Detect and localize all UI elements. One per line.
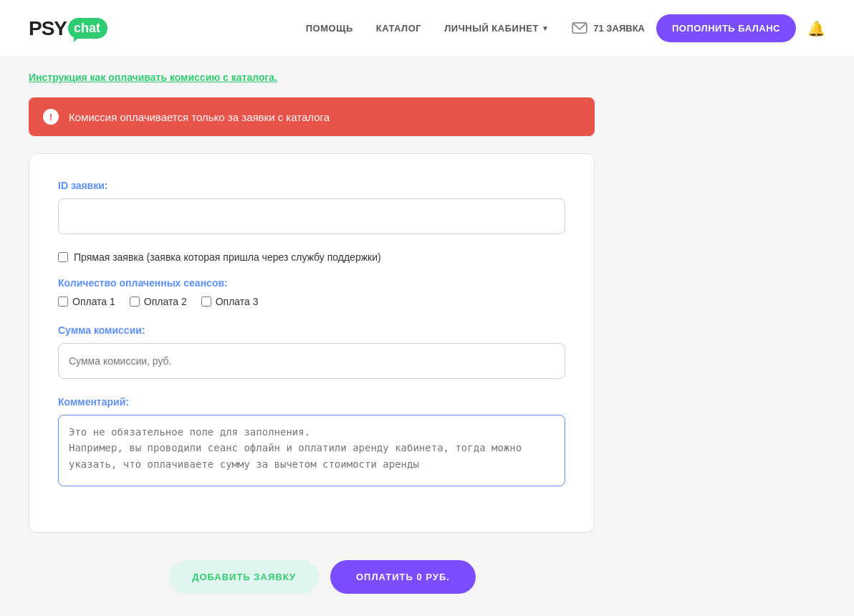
sessions-label: Количество оплаченных сеансов: bbox=[58, 277, 565, 289]
message-icon bbox=[572, 22, 587, 35]
session-2-checkbox[interactable] bbox=[130, 297, 140, 307]
nav-help[interactable]: ПОМОЩЬ bbox=[306, 23, 353, 34]
bell-icon[interactable]: 🔔 bbox=[807, 20, 825, 37]
direct-checkbox[interactable] bbox=[58, 252, 68, 262]
id-group: ID заявки: bbox=[58, 180, 565, 234]
logo-chat-text: chat bbox=[68, 18, 107, 39]
direct-checkbox-row: Прямая заявка (заявка которая пришла чер… bbox=[58, 251, 565, 263]
main-content: Инструкция как оплачивать комиссию с кат… bbox=[0, 57, 645, 616]
header-right: 71 ЗАЯВКА ПОПОЛНИТЬ БАЛАНС 🔔 bbox=[572, 14, 825, 42]
main-nav: ПОМОЩЬ КАТАЛОГ ЛИЧНЫЙ КАБИНЕТ ▼ bbox=[306, 23, 550, 34]
comment-textarea[interactable] bbox=[58, 415, 565, 486]
topup-button[interactable]: ПОПОЛНИТЬ БАЛАНС bbox=[656, 14, 796, 42]
session-item-3: Оплата 3 bbox=[201, 296, 259, 307]
requests-badge[interactable]: 71 ЗАЯВКА bbox=[572, 22, 645, 35]
logo[interactable]: PSY chat bbox=[29, 17, 107, 40]
direct-checkbox-label[interactable]: Прямая заявка (заявка которая пришла чер… bbox=[74, 251, 381, 263]
commission-input[interactable] bbox=[58, 343, 565, 379]
alert-text: Комиссия оплачивается только за заявки с… bbox=[69, 111, 330, 123]
session-1-label[interactable]: Оплата 1 bbox=[72, 296, 115, 307]
alert-error: ! Комиссия оплачивается только за заявки… bbox=[29, 97, 595, 136]
alert-icon: ! bbox=[43, 109, 59, 125]
comment-group: Комментарий: bbox=[58, 396, 565, 489]
nav-cabinet[interactable]: ЛИЧНЫЙ КАБИНЕТ ▼ bbox=[444, 23, 549, 34]
session-2-label[interactable]: Оплата 2 bbox=[144, 296, 187, 307]
session-3-label[interactable]: Оплата 3 bbox=[216, 296, 259, 307]
instruction-link[interactable]: Инструкция как оплачивать комиссию с кат… bbox=[29, 72, 616, 83]
id-input[interactable] bbox=[58, 198, 565, 234]
id-label: ID заявки: bbox=[58, 180, 565, 191]
comment-label: Комментарий: bbox=[58, 396, 565, 408]
chevron-down-icon: ▼ bbox=[542, 24, 549, 32]
pay-button[interactable]: ОПЛАТИТЬ 0 РУБ. bbox=[330, 560, 476, 594]
session-item-2: Оплата 2 bbox=[130, 296, 187, 307]
add-request-button[interactable]: ДОБАВИТЬ ЗАЯВКУ bbox=[169, 560, 319, 594]
session-3-checkbox[interactable] bbox=[201, 297, 211, 307]
session-1-checkbox[interactable] bbox=[58, 297, 68, 307]
commission-group: Сумма комиссии: bbox=[58, 324, 565, 379]
form-card: ID заявки: Прямая заявка (заявка которая… bbox=[29, 153, 595, 533]
sessions-row: Оплата 1 Оплата 2 Оплата 3 bbox=[58, 296, 565, 307]
nav-catalog[interactable]: КАТАЛОГ bbox=[376, 23, 421, 34]
logo-psy-text: PSY bbox=[29, 17, 67, 40]
bottom-bar: ДОБАВИТЬ ЗАЯВКУ ОПЛАТИТЬ 0 РУБ. bbox=[29, 553, 616, 608]
session-item-1: Оплата 1 bbox=[58, 296, 115, 307]
sessions-group: Количество оплаченных сеансов: Оплата 1 … bbox=[58, 277, 565, 307]
header: PSY chat ПОМОЩЬ КАТАЛОГ ЛИЧНЫЙ КАБИНЕТ ▼… bbox=[0, 0, 854, 57]
commission-label: Сумма комиссии: bbox=[58, 324, 565, 336]
